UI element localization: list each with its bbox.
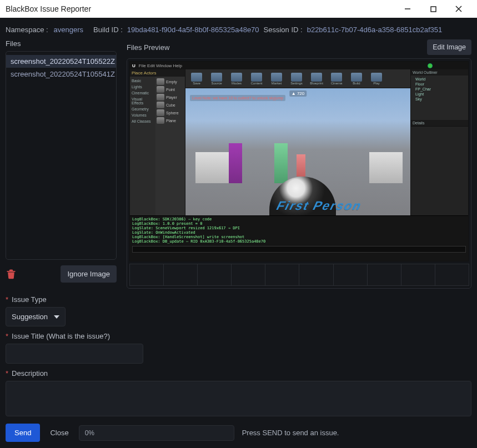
close-button[interactable]: Close: [48, 424, 71, 442]
issue-title-label: Issue Title (What is the issue?): [12, 332, 110, 340]
preview-heading: Files Preview: [127, 43, 169, 52]
actor-icon: [157, 117, 164, 124]
ue-viewport: Save Source Modes Content Market Setting…: [185, 69, 410, 215]
ue-category: Volumes: [131, 112, 154, 118]
thumbnail-slot[interactable]: [231, 264, 265, 286]
ue-outliner-header: World Outliner: [411, 69, 468, 75]
thumbnail-slot[interactable]: [129, 264, 164, 286]
required-marker: *: [6, 332, 8, 340]
ue-cube-mesh: [369, 152, 403, 183]
toolbar-icon: [311, 73, 322, 82]
window-maximize-button[interactable]: [420, 0, 446, 18]
ue-place-actors-header: Place Actors: [130, 69, 185, 77]
toolbar-icon: [211, 73, 222, 82]
session-id-value: b22b611c-7b07-4d6a-a358-6851cb2af351: [307, 26, 443, 34]
ue-category: All Classes: [131, 118, 154, 124]
ue-category: Cinematic: [131, 90, 154, 96]
ue-toolbar: Save Source Modes Content Market Setting…: [185, 69, 410, 88]
log-line: LogBlackBox: [HandleScreenshot] write sc…: [132, 235, 466, 239]
outliner-item: World: [412, 77, 467, 82]
outliner-item: Floor: [412, 82, 467, 87]
description-input[interactable]: [6, 381, 471, 416]
ue-command-input: [132, 246, 466, 253]
window-titlebar: BlackBox Issue Reporter: [0, 0, 477, 18]
outliner-item: FP_Char: [412, 87, 467, 92]
window-title: BlackBox Issue Reporter: [6, 4, 91, 13]
close-icon: [455, 6, 462, 12]
ue-floor-text: First Person: [273, 199, 364, 213]
thumbnail-slot[interactable]: [163, 264, 198, 286]
thumbnail-slot[interactable]: [367, 264, 401, 286]
actor-icon: [157, 94, 164, 100]
issue-type-label: Issue Type: [12, 295, 47, 304]
ue-pillar-mesh: [274, 143, 288, 183]
ue-category-list: Basic Lights Cinematic Visual Effects Ge…: [130, 77, 155, 215]
ue-hud: ▲ 720 Level Note: we have 10 to collect?…: [190, 95, 406, 101]
namespace-label: Namespace :: [6, 26, 48, 34]
ue-category: Visual Effects: [131, 96, 154, 106]
ue-outliner-tree: World Floor FP_Char Light Sky: [411, 75, 468, 120]
toolbar-icon: [291, 73, 302, 82]
svg-rect-1: [431, 7, 436, 12]
log-line: LogSlate: SceneViewport resized 1219x617…: [132, 226, 466, 230]
ue-actor-list: Empty Point Player Cube Sphere Plane: [155, 77, 185, 215]
ignore-image-button[interactable]: Ignore Image: [61, 265, 117, 283]
file-item[interactable]: screenshot_20220524T105522Z: [6, 55, 116, 68]
required-marker: *: [6, 295, 8, 304]
toolbar-icon: [271, 73, 282, 82]
thumbnail-slot[interactable]: [333, 264, 368, 286]
ue-place-actors-panel: Place Actors Basic Lights Cinematic Visu…: [130, 69, 185, 215]
window-minimize-button[interactable]: [395, 0, 420, 18]
toolbar-icon: [191, 73, 202, 82]
edit-image-button[interactable]: Edit Image: [427, 39, 471, 55]
outliner-item: Sky: [412, 97, 467, 102]
file-item[interactable]: screenshot_20220524T105541Z: [6, 68, 116, 80]
ue-fps-readout: ▲ 720: [289, 90, 307, 97]
ue-details-panel: [411, 126, 468, 215]
minimize-icon: [404, 6, 411, 12]
actor-icon: [157, 102, 164, 108]
toolbar-icon: [231, 73, 242, 82]
trash-icon: [6, 268, 17, 279]
thumbnail-slot[interactable]: [401, 264, 435, 286]
outliner-item: Light: [412, 92, 467, 97]
session-id-label: Session ID :: [264, 26, 303, 34]
window-close-button[interactable]: [446, 0, 471, 18]
build-id-label: Build ID :: [93, 26, 123, 34]
send-button[interactable]: Send: [6, 424, 40, 442]
actor-icon: [157, 86, 164, 93]
ue-output-log: LogBlackBox: SDK(20386) — key code LogBl…: [130, 215, 468, 261]
files-heading: Files: [6, 39, 117, 48]
build-id-value: 19bda481-f90d-4a5f-8b0f-865325a48e70: [127, 26, 259, 34]
namespace-value: avengers: [54, 26, 83, 34]
log-line: LogBlackBox: SDK(20386) — key code: [132, 217, 466, 222]
send-hint: Press SEND to send an issue.: [242, 429, 339, 437]
ue-category: Lights: [131, 84, 154, 90]
ue-menubar: U File Edit Window Help: [130, 62, 468, 69]
progress-bar: 0%: [79, 425, 234, 441]
toolbar-icon: [371, 73, 382, 82]
issue-title-input[interactable]: [6, 344, 143, 364]
ue-right-panel: World Outliner World Floor FP_Char Light…: [410, 69, 468, 215]
ue-details-header: Details: [411, 120, 468, 126]
thumbnail-slot[interactable]: [265, 264, 299, 286]
ue-category: Geometry: [131, 106, 154, 112]
required-marker: *: [6, 369, 8, 377]
log-line: LogSlate: OnWindowActivated: [132, 230, 466, 235]
files-list: screenshot_20220524T105522Z screenshot_2…: [6, 51, 117, 260]
issue-type-value: Suggestion: [12, 313, 48, 321]
maximize-icon: [430, 6, 436, 12]
thumbnail-slot[interactable]: [435, 264, 469, 286]
ue-pillar-mesh: [297, 154, 305, 177]
thumbnail-slot[interactable]: [299, 264, 333, 286]
ue-cube-mesh: [195, 152, 229, 183]
thumbnail-slot[interactable]: [197, 264, 232, 286]
log-line: LogBlackBox: 1.0.0 present = 0: [132, 222, 466, 226]
actor-icon: [157, 109, 164, 116]
description-label: Description: [12, 369, 48, 377]
thumbnail-strip: [129, 264, 469, 286]
issue-type-select[interactable]: Suggestion: [6, 307, 66, 326]
delete-file-button[interactable]: [6, 268, 18, 280]
screenshot-preview: U File Edit Window Help Place Actors Bas…: [129, 61, 469, 261]
ue-pillar-mesh: [229, 143, 242, 183]
